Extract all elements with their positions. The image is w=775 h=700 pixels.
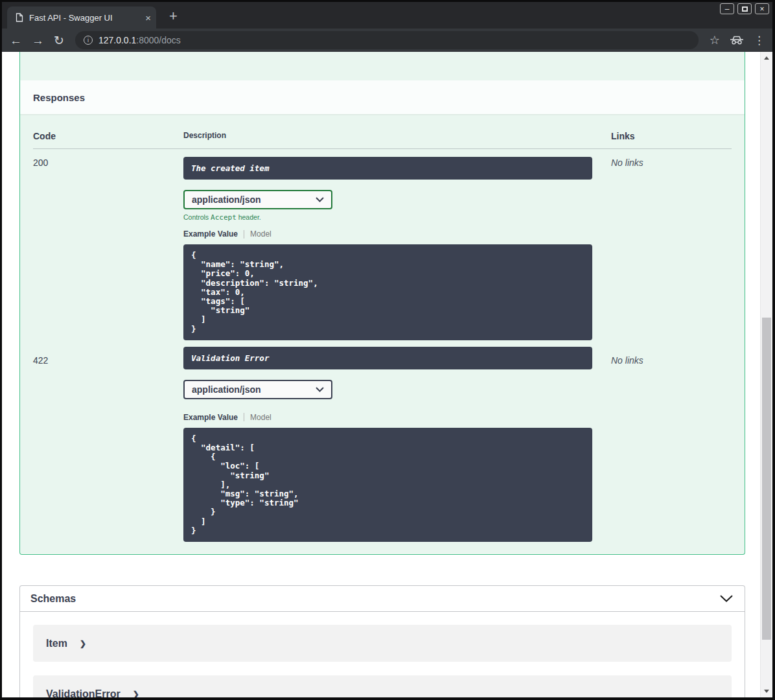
model-row-item[interactable]: Item ❯: [33, 625, 732, 662]
tab-divider: [244, 230, 244, 239]
window-minimize-button[interactable]: –: [720, 3, 734, 14]
media-type-value-200: application/json: [192, 194, 261, 205]
chevron-right-icon: ❯: [133, 690, 139, 697]
column-header-links: Links: [611, 114, 732, 149]
tab-model-200[interactable]: Model: [250, 229, 272, 239]
browser-menu-icon[interactable]: ⋮: [754, 34, 765, 47]
media-type-select-200[interactable]: application/json: [183, 190, 332, 209]
chevron-right-icon: ❯: [80, 639, 86, 648]
tab-divider: [244, 413, 244, 421]
schemas-section: Schemas Item ❯ ValidationError ❯: [19, 585, 745, 697]
reload-icon[interactable]: ↻: [54, 34, 64, 47]
responses-section-header: Responses: [20, 80, 745, 114]
browser-window: Fast API - Swagger UI × + – × ← → ↻ i 12…: [0, 0, 775, 700]
bookmark-star-icon[interactable]: ☆: [710, 33, 720, 47]
url-text: 127.0.0.1:8000/docs: [98, 35, 181, 45]
tab-close-icon[interactable]: ×: [145, 13, 151, 23]
response-description-422: Validation Error: [183, 347, 592, 369]
response-description-cell-422: Validation Error application/json Exampl…: [183, 340, 611, 542]
responses-title: Responses: [33, 92, 85, 103]
tab-title: Fast API - Swagger UI: [29, 13, 139, 23]
window-controls: – ×: [720, 3, 769, 14]
response-description-200: The created item: [183, 157, 592, 180]
window-close-button[interactable]: ×: [755, 3, 769, 14]
response-code-200: 200: [33, 149, 183, 340]
chevron-down-icon: [316, 387, 324, 392]
model-row-validationerror[interactable]: ValidationError ❯: [33, 675, 732, 697]
chevron-down-icon: [316, 197, 324, 202]
column-header-code: Code: [33, 114, 183, 149]
tab-example-value-200[interactable]: Example Value: [183, 229, 238, 239]
model-name: ValidationError: [46, 688, 121, 697]
incognito-icon: [730, 36, 744, 45]
url-bar[interactable]: i 127.0.0.1:8000/docs: [75, 31, 699, 49]
tab-example-value-422[interactable]: Example Value: [183, 413, 238, 422]
new-tab-button[interactable]: +: [169, 8, 178, 25]
accept-header-code: Accept: [211, 213, 237, 222]
opblock-spacer: [20, 52, 745, 80]
model-name: Item: [46, 638, 67, 649]
example-model-tabs-200: Example Value Model: [183, 229, 611, 239]
tab-model-422[interactable]: Model: [250, 413, 272, 422]
response-links-200: No links: [611, 149, 732, 340]
url-path: :8000/docs: [136, 35, 181, 45]
models-list: Item ❯ ValidationError ❯: [20, 612, 745, 697]
back-icon[interactable]: ←: [10, 34, 22, 47]
responses-table: Code Description Links 200 The created i…: [33, 114, 732, 542]
document-icon: [16, 13, 23, 22]
chevron-down-icon[interactable]: [720, 595, 733, 602]
schemas-header[interactable]: Schemas: [20, 586, 745, 612]
media-type-value-422: application/json: [192, 384, 261, 395]
scroll-up-icon[interactable]: [764, 56, 769, 60]
window-maximize-button[interactable]: [737, 3, 752, 14]
scrollbar-thumb[interactable]: [762, 318, 771, 640]
maximize-icon: [742, 6, 748, 12]
vertical-scrollbar[interactable]: [760, 52, 772, 697]
opblock-post: Responses Code Description Links 200 The…: [19, 52, 745, 555]
schemas-title: Schemas: [30, 593, 76, 605]
column-header-description: Description: [183, 114, 611, 149]
media-type-select-422[interactable]: application/json: [183, 380, 332, 399]
example-model-tabs-422: Example Value Model: [183, 413, 611, 422]
page: Responses Code Description Links 200 The…: [2, 52, 772, 697]
response-description-cell-200: The created item application/json Contro…: [183, 149, 611, 340]
responses-table-wrapper: Code Description Links 200 The created i…: [20, 114, 745, 554]
scroll-down-icon[interactable]: [764, 690, 769, 693]
info-icon[interactable]: i: [84, 36, 93, 45]
browser-toolbar: ← → ↻ i 127.0.0.1:8000/docs ☆ ⋮: [2, 29, 772, 52]
example-json-422: { "detail": [ { "loc": [ "string" ], "ms…: [183, 428, 592, 542]
swagger-content: Responses Code Description Links 200 The…: [2, 52, 760, 697]
url-host: 127.0.0.1: [98, 35, 136, 45]
example-json-200: { "name": "string", "price": 0, "descrip…: [183, 244, 592, 340]
controls-accept-note: Controls Accept header.: [183, 213, 611, 222]
response-links-422: No links: [611, 340, 732, 542]
tab-strip: Fast API - Swagger UI × + – ×: [2, 2, 772, 29]
response-code-422: 422: [33, 340, 183, 542]
forward-icon[interactable]: →: [32, 34, 44, 47]
browser-tab[interactable]: Fast API - Swagger UI ×: [7, 6, 156, 29]
